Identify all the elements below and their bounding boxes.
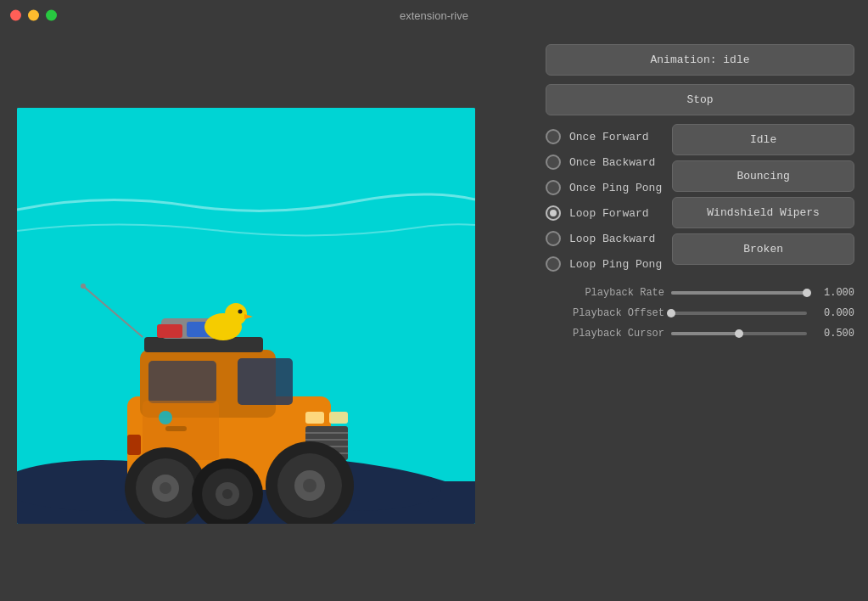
playback-cursor-row: Playback Cursor 0.500	[546, 328, 854, 340]
svg-point-17	[225, 303, 247, 325]
stop-button[interactable]: Stop	[546, 84, 854, 115]
window-title: extension-rive	[400, 9, 468, 22]
playback-rate-value: 1.000	[814, 287, 854, 299]
main-content: Animation: idle Stop Once ForwardOnce Ba…	[0, 31, 868, 601]
svg-rect-14	[157, 324, 182, 338]
radio-once-forward[interactable]	[546, 129, 561, 144]
playback-rate-label: Playback Rate	[546, 287, 664, 299]
svg-rect-9	[148, 361, 216, 403]
svg-point-20	[81, 284, 86, 289]
radio-row-once-forward[interactable]: Once Forward	[546, 127, 662, 146]
animation-status-button[interactable]: Animation: idle	[546, 44, 854, 76]
svg-rect-26	[305, 412, 324, 424]
radio-row-once-backward[interactable]: Once Backward	[546, 153, 662, 171]
radio-row-loop-forward[interactable]: Loop Forward	[546, 204, 662, 222]
maximize-button[interactable]	[46, 10, 57, 21]
playback-rate-slider[interactable]	[671, 291, 807, 295]
svg-rect-28	[127, 435, 141, 455]
radio-group: Once ForwardOnce BackwardOnce Ping PongL…	[546, 124, 662, 273]
radio-once-ping-pong[interactable]	[546, 180, 561, 195]
radio-label-loop-backward: Loop Backward	[569, 233, 655, 245]
playback-offset-row: Playback Offset 0.000	[546, 307, 854, 319]
window-controls	[10, 10, 57, 21]
radio-row-once-ping-pong[interactable]: Once Ping Pong	[546, 178, 662, 197]
radio-loop-forward[interactable]	[546, 205, 561, 221]
svg-point-41	[159, 411, 172, 424]
svg-rect-27	[329, 412, 348, 424]
animation-button-broken[interactable]: Broken	[672, 233, 854, 265]
radio-label-loop-ping-pong: Loop Ping Pong	[569, 258, 662, 271]
animation-button-idle[interactable]: Idle	[672, 124, 854, 155]
playback-section: Playback Rate 1.000 Playback Offset 0.00…	[546, 287, 854, 340]
animation-button-bouncing[interactable]: Bouncing	[672, 160, 854, 192]
titlebar: extension-rive	[0, 0, 868, 31]
right-panel: Animation: idle Stop Once ForwardOnce Ba…	[537, 31, 868, 601]
svg-point-36	[160, 482, 171, 494]
minimize-button[interactable]	[28, 10, 39, 21]
scene-svg	[17, 108, 475, 524]
radio-label-once-ping-pong: Once Ping Pong	[569, 182, 662, 194]
playback-offset-label: Playback Offset	[546, 307, 664, 319]
close-button[interactable]	[10, 10, 21, 21]
canvas-area	[0, 31, 537, 601]
animation-button-windshield-wipers[interactable]: Windshield Wipers	[672, 197, 854, 228]
svg-point-40	[222, 489, 232, 499]
radio-loop-ping-pong[interactable]	[546, 256, 561, 272]
animation-canvas	[17, 108, 475, 524]
playback-rate-row: Playback Rate 1.000	[546, 287, 854, 299]
playback-cursor-value: 0.500	[814, 328, 854, 340]
animation-buttons: IdleBouncingWindshield WipersBroken	[672, 124, 854, 273]
svg-rect-8	[238, 358, 293, 405]
svg-rect-11	[165, 426, 187, 431]
playback-cursor-label: Playback Cursor	[546, 328, 664, 340]
playback-cursor-slider[interactable]	[671, 332, 807, 335]
svg-point-32	[303, 479, 316, 492]
radio-label-loop-forward: Loop Forward	[569, 207, 649, 220]
svg-rect-12	[144, 337, 263, 352]
svg-point-18	[238, 310, 243, 314]
radio-label-once-forward: Once Forward	[569, 131, 649, 143]
radio-and-buttons: Once ForwardOnce BackwardOnce Ping PongL…	[546, 124, 854, 273]
playback-offset-slider[interactable]	[671, 312, 807, 315]
radio-row-loop-ping-pong[interactable]: Loop Ping Pong	[546, 255, 662, 273]
playback-offset-value: 0.000	[814, 307, 854, 319]
radio-once-backward[interactable]	[546, 154, 561, 170]
radio-row-loop-backward[interactable]: Loop Backward	[546, 229, 662, 248]
radio-loop-backward[interactable]	[546, 231, 561, 246]
radio-label-once-backward: Once Backward	[569, 156, 655, 169]
